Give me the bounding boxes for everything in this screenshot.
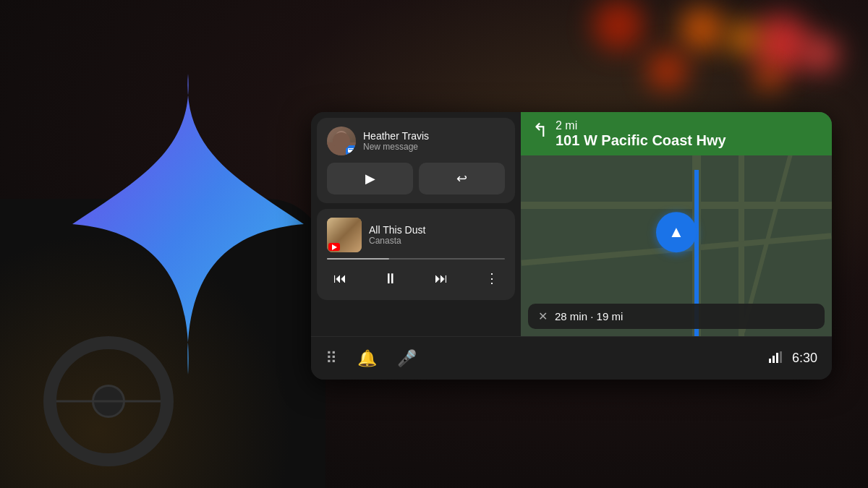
location-indicator: ▲	[656, 212, 697, 252]
left-panel: Heather Travis New message ▶ ↩	[311, 112, 521, 336]
mic-icon: 🎤	[397, 349, 417, 367]
next-icon: ⏭	[435, 271, 448, 286]
navigation-header: ↰ 2 mi 101 W Pacific Coast Hwy	[521, 112, 832, 155]
youtube-badge	[328, 243, 340, 251]
message-actions: ▶ ↩	[327, 163, 505, 194]
music-info: All This Dust Canasta	[369, 224, 505, 246]
more-button[interactable]: ⋮	[479, 265, 505, 291]
notification-button[interactable]: 🔔	[357, 349, 377, 368]
apps-icon: ⠿	[326, 349, 337, 367]
previous-icon: ⏮	[333, 271, 346, 286]
progress-fill	[327, 258, 389, 260]
message-card: Heather Travis New message ▶ ↩	[317, 118, 515, 203]
music-card: All This Dust Canasta ⏮ ⏸ ⏭	[317, 209, 515, 300]
music-controls: ⏮ ⏸ ⏭ ⋮	[327, 265, 505, 291]
apps-button[interactable]: ⠿	[326, 349, 337, 368]
microphone-button[interactable]: 🎤	[397, 349, 417, 368]
message-subtitle: New message	[363, 142, 505, 152]
eta-miles: 19 mi	[597, 310, 624, 322]
next-button[interactable]: ⏭	[428, 265, 454, 291]
svg-rect-2	[776, 353, 778, 363]
eta-bar: ✕ 28 min · 19 mi	[528, 304, 825, 329]
music-header: All This Dust Canasta	[327, 218, 505, 252]
eta-close-button[interactable]: ✕	[538, 309, 548, 323]
pause-icon: ⏸	[383, 270, 398, 287]
gemini-star-logo	[72, 72, 304, 376]
youtube-icon	[332, 244, 337, 250]
turn-arrow-icon: ↰	[532, 121, 548, 140]
progress-bar[interactable]	[327, 258, 505, 260]
main-content: Heather Travis New message ▶ ↩	[311, 112, 832, 336]
svg-rect-3	[780, 351, 782, 363]
bell-icon: 🔔	[357, 349, 377, 367]
signal-icon	[769, 351, 783, 366]
message-info: Heather Travis New message	[363, 130, 505, 153]
bottom-bar: ⠿ 🔔 🎤 6:30	[311, 336, 832, 380]
eta-minutes: 28 min	[555, 310, 587, 322]
sender-name: Heather Travis	[363, 130, 505, 142]
music-artist: Canasta	[369, 236, 505, 246]
play-button[interactable]: ▶	[327, 163, 413, 194]
location-circle: ▲	[656, 212, 697, 252]
more-icon: ⋮	[485, 270, 498, 286]
bottom-right-status: 6:30	[769, 351, 817, 366]
message-badge	[346, 145, 356, 155]
eta-separator: ·	[590, 310, 596, 322]
reply-button[interactable]: ↩	[419, 163, 505, 194]
android-auto-screen: Heather Travis New message ▶ ↩	[311, 112, 832, 380]
map-panel: ↰ 2 mi 101 W Pacific Coast Hwy ▲ ✕ 28 mi…	[521, 112, 832, 336]
svg-rect-0	[769, 359, 771, 363]
music-title: All This Dust	[369, 224, 505, 236]
nav-distance: 2 mi	[556, 119, 820, 132]
clock: 6:30	[792, 351, 817, 366]
nav-info: 2 mi 101 W Pacific Coast Hwy	[556, 119, 820, 148]
svg-rect-1	[773, 356, 775, 363]
play-icon: ▶	[365, 171, 375, 187]
avatar	[327, 127, 356, 155]
previous-button[interactable]: ⏮	[327, 265, 353, 291]
eta-text: 28 min · 19 mi	[555, 310, 623, 322]
bottom-left-controls: ⠿ 🔔 🎤	[326, 349, 417, 368]
reply-icon: ↩	[456, 171, 467, 187]
nav-street: 101 W Pacific Coast Hwy	[556, 132, 820, 148]
location-arrow-icon: ▲	[668, 223, 684, 241]
message-header: Heather Travis New message	[327, 127, 505, 155]
pause-button[interactable]: ⏸	[378, 265, 404, 291]
album-art	[327, 218, 362, 252]
